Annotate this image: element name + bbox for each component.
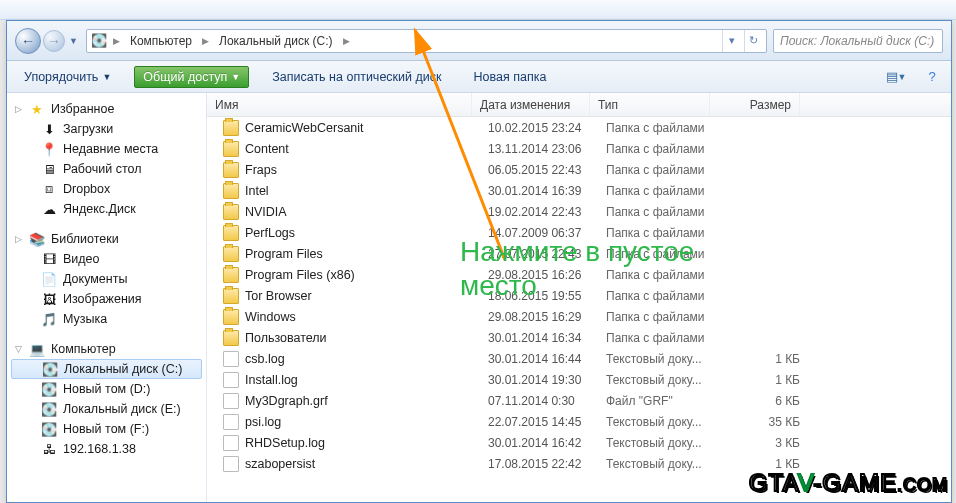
- file-row[interactable]: CeramicWebCersanit10.02.2015 23:24Папка …: [207, 117, 951, 138]
- file-type: Папка с файлами: [598, 121, 718, 135]
- file-list[interactable]: Имя Дата изменения Тип Размер CeramicWeb…: [207, 93, 951, 502]
- sidebar-item-label: Локальный диск (C:): [64, 362, 182, 376]
- explorer-window: ← → ▼ 💽 ▶ Компьютер ▶ Локальный диск (C:…: [6, 20, 952, 503]
- burn-button[interactable]: Записать на оптический диск: [263, 66, 450, 88]
- col-size[interactable]: Размер: [710, 93, 800, 116]
- sidebar-item[interactable]: 💽Локальный диск (E:): [7, 399, 206, 419]
- file-date: 17.08.2015 22:42: [480, 457, 598, 471]
- sidebar-item[interactable]: 🖧192.168.1.38: [7, 439, 206, 459]
- file-row[interactable]: szabopersist17.08.2015 22:42Текстовый до…: [207, 453, 951, 474]
- organize-button[interactable]: Упорядочить ▼: [15, 66, 120, 88]
- back-button[interactable]: ←: [15, 28, 41, 54]
- breadcrumb-root[interactable]: Компьютер: [126, 30, 196, 52]
- file-row[interactable]: csb.log30.01.2014 16:44Текстовый доку...…: [207, 348, 951, 369]
- file-name: PerfLogs: [245, 226, 295, 240]
- search-input[interactable]: Поиск: Локальный диск (C:): [773, 29, 943, 53]
- file-type: Текстовый доку...: [598, 436, 718, 450]
- command-bar: Упорядочить ▼ Общий доступ ▼ Записать на…: [7, 61, 951, 93]
- sidebar-item[interactable]: ☁Яндекс.Диск: [7, 199, 206, 219]
- help-button[interactable]: ?: [921, 66, 943, 88]
- file-name: Program Files (x86): [245, 268, 355, 282]
- new-folder-button[interactable]: Новая папка: [464, 66, 555, 88]
- col-date[interactable]: Дата изменения: [472, 93, 590, 116]
- file-name: Windows: [245, 310, 296, 324]
- file-icon: [223, 372, 239, 388]
- file-row[interactable]: Windows29.08.2015 16:29Папка с файлами: [207, 306, 951, 327]
- file-icon: [223, 414, 239, 430]
- sidebar-item[interactable]: 💽Новый том (D:): [7, 379, 206, 399]
- file-row[interactable]: Content13.11.2014 23:06Папка с файлами: [207, 138, 951, 159]
- star-icon: ★: [29, 101, 45, 117]
- file-size: 1 КБ: [718, 457, 808, 471]
- file-row[interactable]: Intel30.01.2014 16:39Папка с файлами: [207, 180, 951, 201]
- folder-icon: [223, 246, 239, 262]
- view-options-button[interactable]: ▤ ▼: [885, 66, 907, 88]
- folder-icon: [223, 183, 239, 199]
- computer-header[interactable]: ▽ 💻 Компьютер: [7, 339, 206, 359]
- sidebar-item[interactable]: 🎵Музыка: [7, 309, 206, 329]
- file-row[interactable]: NVIDIA19.02.2014 22:43Папка с файлами: [207, 201, 951, 222]
- expand-icon: ▽: [13, 344, 23, 354]
- sidebar-item-label: Новый том (D:): [63, 382, 151, 396]
- file-row[interactable]: Program Files27.07.2015 22:43Папка с фай…: [207, 243, 951, 264]
- sidebar-item-label: 192.168.1.38: [63, 442, 136, 456]
- file-type: Текстовый доку...: [598, 415, 718, 429]
- sidebar-item[interactable]: 📍Недавние места: [7, 139, 206, 159]
- file-type: Папка с файлами: [598, 331, 718, 345]
- address-bar[interactable]: 💽 ▶ Компьютер ▶ Локальный диск (C:) ▶ ▾ …: [86, 29, 767, 53]
- chevron-right-icon: ▶: [341, 36, 352, 46]
- libraries-header[interactable]: ▷ 📚 Библиотеки: [7, 229, 206, 249]
- refresh-button[interactable]: ↻: [744, 30, 762, 52]
- breadcrumb-current[interactable]: Локальный диск (C:): [215, 30, 337, 52]
- folder-icon: [223, 141, 239, 157]
- sidebar-item[interactable]: ⬇Загрузки: [7, 119, 206, 139]
- file-date: 10.02.2015 23:24: [480, 121, 598, 135]
- file-name: Fraps: [245, 163, 277, 177]
- folder-icon: [223, 309, 239, 325]
- file-row[interactable]: Install.log30.01.2014 19:30Текстовый док…: [207, 369, 951, 390]
- favorites-header[interactable]: ▷ ★ Избранное: [7, 99, 206, 119]
- file-row[interactable]: RHDSetup.log30.01.2014 16:42Текстовый до…: [207, 432, 951, 453]
- sidebar-item[interactable]: 💽Новый том (F:): [7, 419, 206, 439]
- sidebar-item[interactable]: 🖼Изображения: [7, 289, 206, 309]
- col-type[interactable]: Тип: [590, 93, 710, 116]
- sidebar-item[interactable]: ⧈Dropbox: [7, 179, 206, 199]
- sidebar-item[interactable]: 🎞Видео: [7, 249, 206, 269]
- file-size: 35 КБ: [718, 415, 808, 429]
- file-row[interactable]: Program Files (x86)29.08.2015 16:26Папка…: [207, 264, 951, 285]
- sidebar-item[interactable]: 📄Документы: [7, 269, 206, 289]
- file-type: Текстовый доку...: [598, 352, 718, 366]
- file-size: 6 КБ: [718, 394, 808, 408]
- file-row[interactable]: Fraps06.05.2015 22:43Папка с файлами: [207, 159, 951, 180]
- sidebar-item[interactable]: 🖥Рабочий стол: [7, 159, 206, 179]
- address-dropdown[interactable]: ▾: [722, 30, 740, 52]
- file-row[interactable]: My3Dgraph.grf07.11.2014 0:30Файл "GRF"6 …: [207, 390, 951, 411]
- file-type: Папка с файлами: [598, 163, 718, 177]
- file-icon: [223, 393, 239, 409]
- folder-icon: [223, 288, 239, 304]
- file-name: psi.log: [245, 415, 281, 429]
- file-row[interactable]: Пользователи30.01.2014 16:34Папка с файл…: [207, 327, 951, 348]
- share-button[interactable]: Общий доступ ▼: [134, 66, 249, 88]
- sidebar-item-label: Рабочий стол: [63, 162, 141, 176]
- file-size: 1 КБ: [718, 352, 808, 366]
- col-name[interactable]: Имя: [207, 93, 472, 116]
- folder-icon: [223, 267, 239, 283]
- drive-icon: 💽: [41, 421, 57, 437]
- file-name: Program Files: [245, 247, 323, 261]
- file-row[interactable]: Tor Browser18.06.2015 19:55Папка с файла…: [207, 285, 951, 306]
- file-row[interactable]: psi.log22.07.2015 14:45Текстовый доку...…: [207, 411, 951, 432]
- column-headers: Имя Дата изменения Тип Размер: [207, 93, 951, 117]
- file-name: NVIDIA: [245, 205, 287, 219]
- sidebar-item-label: Dropbox: [63, 182, 110, 196]
- nav-history-dropdown[interactable]: ▼: [67, 36, 80, 46]
- sidebar-item-label: Загрузки: [63, 122, 113, 136]
- forward-button[interactable]: →: [43, 30, 65, 52]
- file-type: Текстовый доку...: [598, 457, 718, 471]
- sidebar-item-label: Музыка: [63, 312, 107, 326]
- file-row[interactable]: PerfLogs14.07.2009 06:37Папка с файлами: [207, 222, 951, 243]
- sidebar-item[interactable]: 💽Локальный диск (C:): [11, 359, 202, 379]
- docs-icon: 📄: [41, 271, 57, 287]
- net-icon: 🖧: [41, 441, 57, 457]
- file-icon: [223, 435, 239, 451]
